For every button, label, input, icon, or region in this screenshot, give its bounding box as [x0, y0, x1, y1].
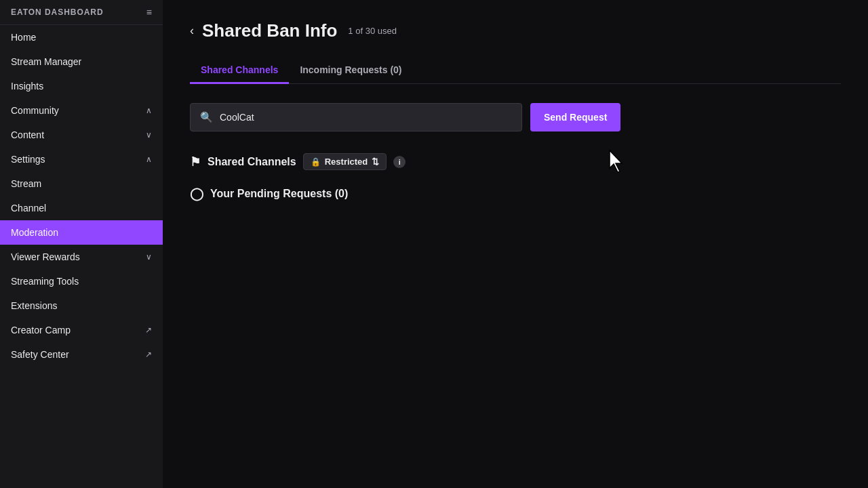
- sidebar-item-label: Stream Manager: [11, 56, 81, 67]
- search-wrapper: 🔍: [190, 103, 522, 131]
- back-button[interactable]: ‹: [190, 24, 194, 38]
- shared-channels-icon: ⚑: [190, 155, 201, 169]
- sidebar-item-label: Community: [11, 105, 59, 116]
- lock-icon: 🔒: [311, 157, 321, 167]
- shared-channels-label: Shared Channels: [208, 156, 296, 168]
- pending-requests-section: ◯ Your Pending Requests (0): [190, 186, 841, 201]
- sidebar-item-home[interactable]: Home: [0, 25, 163, 49]
- sidebar-item-arrow: ↗: [145, 325, 152, 335]
- main-content: ‹ Shared Ban Info 1 of 30 used Shared Ch…: [163, 0, 868, 488]
- sidebar-item-label: Content: [11, 129, 44, 140]
- restricted-label: Restricted: [325, 157, 368, 167]
- sidebar-item-label: Home: [11, 32, 36, 43]
- sidebar-item-label: Insights: [11, 81, 43, 92]
- restricted-dropdown[interactable]: 🔒 Restricted ⇅: [303, 153, 387, 170]
- sidebar-item-arrow: ∨: [146, 252, 152, 262]
- sidebar-item-creator-camp[interactable]: Creator Camp ↗: [0, 318, 163, 342]
- page-title: Shared Ban Info: [202, 20, 337, 41]
- sidebar-item-viewer-rewards[interactable]: Viewer Rewards ∨: [0, 245, 163, 269]
- tab-incoming-requests[interactable]: Incoming Requests (0): [289, 58, 412, 84]
- shared-channels-section: ⚑ Shared Channels 🔒 Restricted ⇅ i: [190, 153, 841, 170]
- sidebar-item-label: Stream: [11, 178, 41, 189]
- pending-icon: ◯: [190, 186, 203, 201]
- sidebar-item-insights[interactable]: Insights: [0, 74, 163, 98]
- sidebar-item-stream[interactable]: Stream: [0, 171, 163, 196]
- pending-text: Your Pending Requests (0): [210, 188, 348, 200]
- search-icon: 🔍: [200, 111, 213, 123]
- sidebar-item-label: Channel: [11, 203, 46, 214]
- sidebar-item-community[interactable]: Community ∧: [0, 98, 163, 123]
- info-icon[interactable]: i: [393, 156, 406, 168]
- sidebar-item-streaming-tools[interactable]: Streaming Tools: [0, 269, 163, 293]
- sidebar-item-moderation[interactable]: Moderation: [0, 220, 163, 245]
- sidebar-item-label: Moderation: [11, 227, 58, 238]
- send-request-button[interactable]: Send Request: [530, 103, 620, 131]
- search-input[interactable]: [220, 112, 512, 123]
- sidebar-item-label: Safety Center: [11, 349, 69, 360]
- sidebar-item-arrow: ↗: [145, 350, 152, 359]
- search-row: 🔍 Send Request: [190, 103, 841, 131]
- sidebar-item-settings[interactable]: Settings ∧: [0, 147, 163, 171]
- sidebar-item-content[interactable]: Content ∨: [0, 123, 163, 147]
- sidebar-item-arrow: ∧: [146, 155, 152, 164]
- sidebar-item-arrow: ∨: [146, 130, 152, 140]
- pending-label: ◯ Your Pending Requests (0): [190, 186, 841, 201]
- sidebar-menu-icon[interactable]: ≡: [146, 7, 152, 18]
- tab-shared-channels[interactable]: Shared Channels: [190, 58, 289, 84]
- usage-badge: 1 of 30 used: [348, 26, 397, 36]
- sidebar-item-extensions[interactable]: Extensions: [0, 293, 163, 318]
- sidebar-item-label: Streaming Tools: [11, 276, 79, 287]
- sidebar-header: EATON DASHBOARD ≡: [0, 0, 163, 25]
- sidebar-item-label: Extensions: [11, 300, 57, 311]
- sidebar-item-stream-manager[interactable]: Stream Manager: [0, 49, 163, 74]
- page-header: ‹ Shared Ban Info 1 of 30 used: [190, 20, 841, 41]
- sidebar: EATON DASHBOARD ≡ Home Stream Manager In…: [0, 0, 163, 488]
- sidebar-item-safety-center[interactable]: Safety Center ↗: [0, 342, 163, 367]
- sidebar-item-label: Creator Camp: [11, 325, 71, 336]
- sidebar-item-label: Viewer Rewards: [11, 251, 80, 262]
- sidebar-item-arrow: ∧: [146, 106, 152, 115]
- sidebar-item-label: Settings: [11, 154, 45, 165]
- sidebar-header-title: EATON DASHBOARD: [11, 7, 104, 17]
- tab-bar: Shared Channels Incoming Requests (0): [190, 58, 841, 84]
- dropdown-arrow-icon: ⇅: [372, 157, 379, 167]
- sidebar-item-channel[interactable]: Channel: [0, 196, 163, 220]
